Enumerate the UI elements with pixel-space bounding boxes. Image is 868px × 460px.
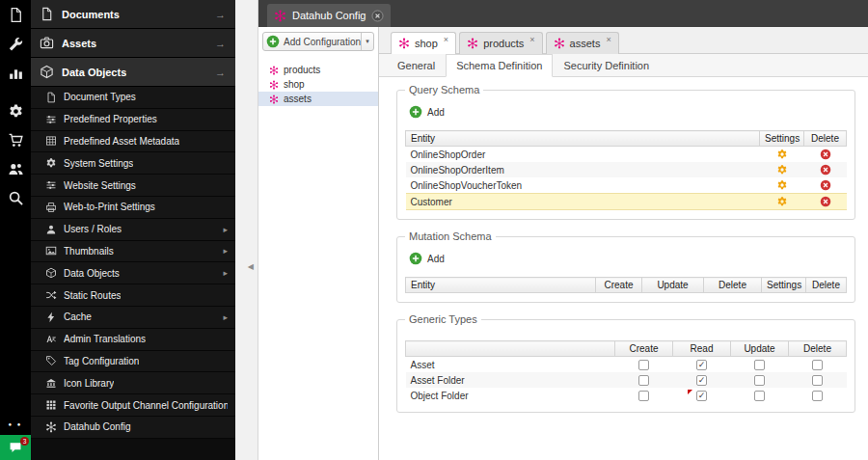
update-checkbox[interactable] <box>754 375 765 386</box>
panel-splitter[interactable]: ◀ <box>235 0 258 460</box>
sidebar-item-document-types[interactable]: Document Types <box>31 87 235 109</box>
subtab-security-definition[interactable]: Security Definition <box>553 54 660 77</box>
doc-icon <box>8 7 24 23</box>
create-cell <box>615 388 673 403</box>
tab-close-icon[interactable]: × <box>444 35 448 44</box>
close-tab-icon[interactable] <box>371 10 384 22</box>
add-configuration-button[interactable]: Add Configuration ▾ <box>262 32 374 51</box>
delete-checkbox[interactable] <box>812 391 823 401</box>
sidebar-section-assets[interactable]: Assets→ <box>31 29 235 58</box>
grid-column-header[interactable]: Settings <box>760 131 804 147</box>
generic-type-row[interactable]: Object Folder✓ <box>406 388 847 403</box>
delete-checkbox[interactable] <box>812 375 823 386</box>
sidebar-item-predefined-asset-metadata[interactable]: Predefined Asset Metadata <box>31 131 235 153</box>
add-configuration-caret-icon[interactable]: ▾ <box>361 33 373 50</box>
read-checkbox[interactable]: ✓ <box>696 375 707 386</box>
config-item-products[interactable]: products <box>258 63 378 77</box>
grid-column-header[interactable] <box>406 341 615 357</box>
tab-assets[interactable]: assets× <box>546 32 619 54</box>
settings-gear-icon[interactable] <box>776 149 788 160</box>
settings-cell <box>760 177 804 194</box>
sidebar-item-predefined-properties[interactable]: Predefined Properties <box>31 109 235 131</box>
collapse-arrow-icon[interactable]: ◀ <box>248 262 254 271</box>
tab-label: shop <box>415 38 438 49</box>
generic-type-row[interactable]: Asset Folder✓ <box>406 372 847 388</box>
update-checkbox[interactable] <box>754 391 765 401</box>
settings-gear-icon[interactable] <box>776 164 788 176</box>
grid-column-header[interactable]: Update <box>731 341 789 357</box>
grid-column-header[interactable]: Delete <box>704 278 762 293</box>
create-checkbox[interactable] <box>638 375 649 386</box>
sidebar-item-static-routes[interactable]: Static Routes <box>31 284 235 307</box>
sidebar-item-favorite-output-channel-configurations[interactable]: Favorite Output Channel Configurations <box>31 394 235 417</box>
read-checkbox[interactable]: ✓ <box>696 360 707 370</box>
settings-gear-icon[interactable] <box>776 196 788 207</box>
tab-products[interactable]: products× <box>459 32 542 54</box>
generic-type-row[interactable]: Asset✓ <box>406 357 847 373</box>
nav-chart-button[interactable] <box>0 58 31 87</box>
more-dots-icon[interactable]: ● ● <box>9 421 23 427</box>
sidebar-section-data-objects[interactable]: Data Objects→ <box>31 58 235 87</box>
sidebar-item-cache[interactable]: Cache▸ <box>31 307 235 329</box>
read-checkbox[interactable]: ✓ <box>696 391 707 401</box>
type-label-cell: Asset Folder <box>406 372 615 388</box>
grid-column-header[interactable]: Entity <box>406 131 760 147</box>
sidebar-item-data-objects[interactable]: Data Objects▸ <box>31 262 235 284</box>
tab-close-icon[interactable]: × <box>529 35 534 44</box>
delete-icon[interactable] <box>820 149 831 160</box>
tab-shop[interactable]: shop× <box>391 32 456 54</box>
sidebar-item-web-to-print-settings[interactable]: Web-to-Print Settings <box>31 197 235 219</box>
grid-column-header[interactable]: Delete <box>804 131 847 147</box>
grid-column-header[interactable]: Entity <box>406 278 596 293</box>
create-checkbox[interactable] <box>638 391 649 401</box>
grid-column-header[interactable]: Read <box>673 341 731 357</box>
query-entity-row[interactable]: OnlineShopOrder <box>406 147 847 163</box>
nav-users-button[interactable] <box>0 154 31 183</box>
sidebar-item-icon-library[interactable]: Icon Library <box>31 372 235 394</box>
grid-column-header[interactable]: Create <box>615 341 673 357</box>
query-schema-add-button[interactable]: Add <box>405 103 448 121</box>
query-entity-row[interactable]: OnlineShopOrderItem <box>406 162 847 177</box>
sidebar-item-users-roles[interactable]: Users / Roles▸ <box>31 219 235 241</box>
sidebar-item-tag-configuration[interactable]: Tag Configuration <box>31 351 235 373</box>
update-checkbox[interactable] <box>754 360 765 370</box>
mutation-schema-add-button[interactable]: Add <box>405 250 448 267</box>
grid-column-header[interactable]: Settings <box>762 278 806 293</box>
sidebar-item-admin-translations[interactable]: Admin Translations <box>31 329 235 351</box>
datahub-icon <box>269 95 279 104</box>
nav-wrench-button[interactable] <box>0 29 31 58</box>
create-checkbox[interactable] <box>638 360 649 370</box>
grid-header-row: EntitySettingsDelete <box>406 131 847 147</box>
grid-column-header[interactable]: Delete <box>789 341 847 357</box>
delete-icon[interactable] <box>820 164 831 176</box>
subtab-general[interactable]: General <box>387 54 446 77</box>
main-region: Datahub Config Add Configuration ▾ produ… <box>258 0 868 460</box>
settings-gear-icon[interactable] <box>776 179 788 191</box>
config-item-assets[interactable]: assets <box>258 92 378 106</box>
sidebar-section-documents[interactable]: Documents→ <box>31 0 235 29</box>
nav-gear-button[interactable] <box>0 96 31 125</box>
sidebar-item-website-settings[interactable]: Website Settings <box>31 175 235 197</box>
query-entity-row[interactable]: Customer <box>406 194 847 210</box>
nav-cart-button[interactable] <box>0 125 31 154</box>
config-item-shop[interactable]: shop <box>258 77 378 92</box>
nav-doc-button[interactable] <box>0 0 31 29</box>
tab-close-icon[interactable]: × <box>606 35 610 44</box>
delete-checkbox[interactable] <box>812 360 823 370</box>
grid-column-header[interactable]: Create <box>596 278 642 293</box>
add-label: Add <box>427 107 445 118</box>
query-entity-row[interactable]: OnlineShopVoucherToken <box>406 177 847 194</box>
top-tab-datahub-config[interactable]: Datahub Config <box>267 4 391 27</box>
subtab-schema-definition[interactable]: Schema Definition <box>446 54 553 77</box>
sidebar-item-system-settings[interactable]: System Settings <box>31 152 235 175</box>
delete-icon[interactable] <box>820 179 831 191</box>
datahub-icon <box>467 38 478 49</box>
sidebar-item-datahub-config[interactable]: Datahub Config <box>31 417 235 439</box>
grid-column-header[interactable]: Delete <box>806 278 847 293</box>
grid-column-header[interactable]: Update <box>642 278 704 293</box>
delete-icon[interactable] <box>820 196 831 207</box>
nav-search-button[interactable] <box>0 183 31 212</box>
sidebar-item-thumbnails[interactable]: Thumbnails▸ <box>31 241 235 263</box>
feedback-chat-button[interactable]: 3 <box>0 435 31 460</box>
sidebar-item-label: Icon Library <box>64 378 114 389</box>
